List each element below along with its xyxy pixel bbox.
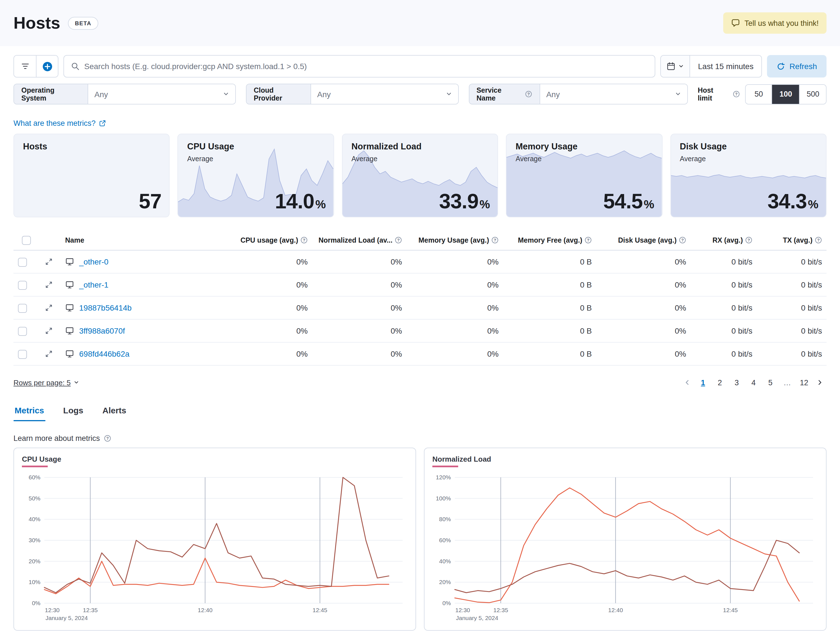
expand-icon <box>45 350 53 358</box>
column-header-tx-avg[interactable]: TX (avg.)? <box>757 232 827 250</box>
expand-column-header <box>39 232 61 250</box>
time-range-button[interactable]: Last 15 minutes <box>690 55 761 77</box>
rows-per-page-button[interactable]: Rows per page: 5 <box>13 378 79 387</box>
previous-page-button[interactable] <box>681 377 694 388</box>
filter-button[interactable] <box>14 55 36 77</box>
cpu-usage-chart[interactable]: 0%10%20%30%40%50%60%12:3012:3512:4012:45… <box>22 472 408 628</box>
column-help-icon[interactable]: ? <box>679 237 686 244</box>
tab-logs[interactable]: Logs <box>62 399 85 421</box>
host-limit-option-100[interactable]: 100 <box>772 85 799 104</box>
metric-value: 0% <box>227 273 312 296</box>
column-header-name[interactable]: Name <box>61 232 227 250</box>
date-picker-calendar-button[interactable] <box>661 55 690 77</box>
chart-accent-bar <box>433 466 458 467</box>
svg-text:12:30: 12:30 <box>455 606 470 613</box>
normalized-load-chart[interactable]: 0%20%40%60%80%100%120%12:3012:3512:4012:… <box>433 472 819 628</box>
kpi-unit: % <box>808 198 818 211</box>
host-name-link[interactable]: _other-1 <box>79 280 108 289</box>
column-help-icon[interactable]: ? <box>395 237 402 244</box>
search-input[interactable] <box>84 62 648 71</box>
what-are-these-metrics-link[interactable]: What are these metrics? <box>13 119 106 128</box>
kpi-card-hosts[interactable]: Hosts57 <box>13 134 170 217</box>
service-name-select[interactable]: Any <box>540 84 687 104</box>
metric-value: 0% <box>312 250 407 273</box>
kpi-card-cpu-usage[interactable]: CPU UsageAverage14.0% <box>178 134 334 217</box>
expand-icon <box>45 304 53 312</box>
kpi-card-memory-usage[interactable]: Memory UsageAverage54.5% <box>506 134 662 217</box>
kpi-card-normalized-load[interactable]: Normalized LoadAverage33.9% <box>342 134 498 217</box>
host-name-link[interactable]: 3ff988a6070f <box>79 326 125 335</box>
host-limit-option-50[interactable]: 50 <box>746 85 772 104</box>
svg-text:?: ? <box>106 436 109 441</box>
svg-text:12:45: 12:45 <box>313 606 327 613</box>
calendar-icon <box>666 62 676 71</box>
column-header-normalized-load-av[interactable]: Normalized Load (av...? <box>312 232 407 250</box>
select-all-checkbox[interactable] <box>22 236 31 245</box>
kpi-card-disk-usage[interactable]: Disk UsageAverage34.3% <box>670 134 827 217</box>
row-checkbox[interactable] <box>18 281 27 289</box>
page-button-3[interactable]: 3 <box>729 374 745 390</box>
cloud-provider-select[interactable]: Any <box>311 84 458 104</box>
expand-row-button[interactable] <box>44 257 54 267</box>
row-checkbox[interactable] <box>18 327 27 336</box>
column-header-disk-usage-avg[interactable]: Disk Usage (avg.)? <box>596 232 691 250</box>
operating-system-select[interactable]: Any <box>88 84 235 104</box>
page-button-5[interactable]: 5 <box>763 374 778 390</box>
host-name-link[interactable]: 698fd446b62a <box>79 349 129 358</box>
column-help-icon[interactable]: ? <box>300 237 308 244</box>
column-help-icon[interactable]: ? <box>584 237 592 244</box>
speech-bubble-icon <box>731 19 740 27</box>
column-header-rx-avg[interactable]: RX (avg.)? <box>691 232 757 250</box>
column-help-icon[interactable]: ? <box>491 237 499 244</box>
refresh-button[interactable]: Refresh <box>767 55 827 77</box>
svg-text:60%: 60% <box>28 474 40 480</box>
metric-value: 0% <box>596 250 691 273</box>
host-icon <box>65 303 74 312</box>
expand-row-button[interactable] <box>44 349 54 359</box>
chart-line-load-series-a <box>455 488 799 602</box>
tab-metrics[interactable]: Metrics <box>13 399 45 421</box>
metric-value: 0 bit/s <box>757 296 827 319</box>
kpi-value: 34.3% <box>767 190 818 213</box>
column-header-memory-free-avg[interactable]: Memory Free (avg.)? <box>503 232 596 250</box>
search-icon <box>71 62 80 71</box>
expand-row-button[interactable] <box>44 303 54 313</box>
page-button-2[interactable]: 2 <box>712 374 728 390</box>
kpi-value: 14.0% <box>275 190 325 213</box>
host-icon <box>65 280 74 289</box>
cloud-provider-label: Cloud Provider <box>246 84 311 104</box>
page-button-1[interactable]: 1 <box>695 374 711 390</box>
next-page-button[interactable] <box>813 377 827 388</box>
column-help-icon[interactable]: ? <box>815 237 822 244</box>
help-icon[interactable]: ? <box>104 435 111 442</box>
feedback-button[interactable]: Tell us what you think! <box>723 13 827 34</box>
column-header-cpu-usage-avg[interactable]: CPU usage (avg.)? <box>227 232 312 250</box>
column-header-memory-usage-avg[interactable]: Memory Usage (avg.)? <box>407 232 503 250</box>
kpi-subtitle: Average <box>515 155 542 163</box>
host-name-link[interactable]: 19887b56414b <box>79 303 132 312</box>
service-name-label: Service Name ? <box>469 84 540 104</box>
expand-icon <box>45 327 53 335</box>
kpi-row: Hosts57CPU UsageAverage14.0%Normalized L… <box>13 134 827 217</box>
svg-text:120%: 120% <box>436 474 451 480</box>
expand-row-button[interactable] <box>44 326 54 336</box>
cpu-usage-chart-panel: CPU Usage 0%10%20%30%40%50%60%12:3012:35… <box>13 448 416 631</box>
page-button-4[interactable]: 4 <box>746 374 761 390</box>
expand-row-button[interactable] <box>44 280 54 290</box>
column-help-icon[interactable]: ? <box>745 237 752 244</box>
pagination: Rows per page: 5 12345…12 <box>13 373 827 392</box>
metric-value: 0 bit/s <box>757 342 827 365</box>
add-filter-button[interactable] <box>36 55 58 77</box>
metric-value: 0% <box>407 296 503 319</box>
row-checkbox[interactable] <box>18 303 27 313</box>
external-link-icon <box>99 120 106 127</box>
row-checkbox[interactable] <box>18 350 27 358</box>
metric-value: 0% <box>596 319 691 342</box>
tab-alerts[interactable]: Alerts <box>101 399 128 421</box>
host-name-link[interactable]: _other-0 <box>79 257 108 266</box>
row-checkbox[interactable] <box>18 257 27 267</box>
host-limit-option-500[interactable]: 500 <box>799 85 826 104</box>
kpi-subtitle: Average <box>352 155 377 163</box>
help-icon: ? <box>525 90 532 98</box>
page-button-12[interactable]: 12 <box>796 374 812 390</box>
